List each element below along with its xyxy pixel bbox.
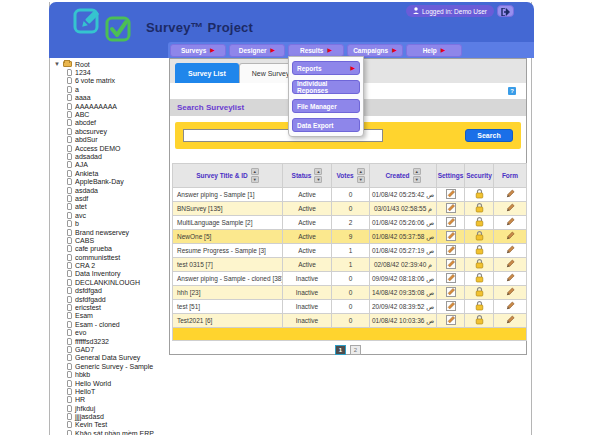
security-lock-icon[interactable]	[475, 301, 484, 312]
sort-desc-button[interactable]: ▼	[314, 176, 322, 183]
tree-item[interactable]: aaaa	[54, 94, 169, 102]
tree-item[interactable]: AppleBank-Day	[54, 177, 169, 185]
sort-asc-button[interactable]: ▲	[251, 168, 259, 175]
tree-item[interactable]: jhfkduj	[54, 404, 169, 412]
tree-item[interactable]: General Data Survey	[54, 354, 169, 362]
form-pencil-icon[interactable]	[505, 273, 515, 284]
security-lock-icon[interactable]	[475, 189, 484, 200]
settings-icon[interactable]	[446, 315, 456, 326]
survey-title-cell[interactable]: Resume Progress - Sample [3]	[173, 244, 283, 258]
nav-menu-campaigns[interactable]: Campaigns ▶	[347, 44, 403, 57]
survey-title-cell[interactable]: BNSurvey [135]	[173, 202, 283, 216]
tree-item[interactable]: 1234	[54, 68, 169, 76]
form-pencil-icon[interactable]	[505, 203, 515, 214]
form-pencil-icon[interactable]	[505, 259, 515, 270]
tree-item[interactable]: dsfdfgadd	[54, 295, 169, 303]
survey-title-cell[interactable]: test 0315 [7]	[173, 258, 283, 272]
settings-icon[interactable]	[446, 245, 456, 256]
tree-item[interactable]: dsfdfgad	[54, 287, 169, 295]
tree-item[interactable]: b	[54, 219, 169, 227]
survey-title-cell[interactable]: hhh [23]	[173, 286, 283, 300]
tree-item[interactable]: abcdef	[54, 119, 169, 127]
form-pencil-icon[interactable]	[505, 231, 515, 242]
tree-item[interactable]: communisttest	[54, 253, 169, 261]
tree-item[interactable]: Esam - cloned	[54, 320, 169, 328]
tree-item[interactable]: 6 vote matrix	[54, 77, 169, 85]
tree-item[interactable]: HR	[54, 396, 169, 404]
security-lock-icon[interactable]	[475, 245, 484, 256]
dropdown-menu-item[interactable]: Reports ▶	[292, 61, 360, 75]
tree-item[interactable]: Kevin Test	[54, 421, 169, 429]
tree-item[interactable]: Ankieta	[54, 169, 169, 177]
tree-item[interactable]: cafe prueba	[54, 245, 169, 253]
form-pencil-icon[interactable]	[505, 315, 515, 326]
sort-asc-button[interactable]: ▲	[314, 168, 322, 175]
settings-icon[interactable]	[446, 301, 456, 312]
sort-asc-button[interactable]: ▲	[357, 168, 365, 175]
form-pencil-icon[interactable]	[505, 189, 515, 200]
tree-item[interactable]: ABC	[54, 110, 169, 118]
tree-item[interactable]: Esam	[54, 312, 169, 320]
settings-icon[interactable]	[446, 203, 456, 214]
nav-menu-surveys[interactable]: Surveys ▶	[170, 44, 226, 57]
survey-title-cell[interactable]: Answer piping - Sample [1]	[173, 188, 283, 202]
survey-title-cell[interactable]: Answer piping - Sample - cloned [38]	[173, 272, 283, 286]
help-icon[interactable]: ?	[508, 87, 516, 95]
tree-item[interactable]: Data Inventory	[54, 270, 169, 278]
nav-menu-help[interactable]: Help ▶	[406, 44, 462, 57]
tree-item[interactable]: atet	[54, 203, 169, 211]
tree-item[interactable]: GAD7	[54, 345, 169, 353]
security-lock-icon[interactable]	[475, 287, 484, 298]
tree-item[interactable]: Brand newservey	[54, 228, 169, 236]
sort-asc-button[interactable]: ▲	[413, 168, 421, 175]
form-pencil-icon[interactable]	[505, 217, 515, 228]
tree-item[interactable]: asdada	[54, 186, 169, 194]
tree-item[interactable]: avc	[54, 211, 169, 219]
settings-icon[interactable]	[446, 273, 456, 284]
security-lock-icon[interactable]	[475, 259, 484, 270]
form-pencil-icon[interactable]	[505, 301, 515, 312]
tree-item[interactable]: Khảo sát phần mềm ERP	[54, 429, 169, 435]
dropdown-menu-item[interactable]: Data Export	[292, 118, 360, 132]
tree-item[interactable]: abdSur	[54, 136, 169, 144]
sort-desc-button[interactable]: ▼	[357, 176, 365, 183]
nav-menu-designer[interactable]: Designer ▶	[229, 44, 285, 57]
tree-item[interactable]: Access DEMO	[54, 144, 169, 152]
security-lock-icon[interactable]	[475, 203, 484, 214]
settings-icon[interactable]	[446, 287, 456, 298]
tree-root-node[interactable]: ▼ Root	[54, 60, 169, 68]
tree-item[interactable]: asdf	[54, 194, 169, 202]
sort-desc-button[interactable]: ▼	[413, 176, 421, 183]
tree-item[interactable]: abcsurvey	[54, 127, 169, 135]
tree-item[interactable]: CRA 2	[54, 261, 169, 269]
survey-title-cell[interactable]: MultiLanguage Sample [2]	[173, 216, 283, 230]
search-button[interactable]: Search	[465, 129, 513, 142]
dropdown-menu-item[interactable]: Individual Reponses	[292, 80, 360, 94]
tree-item[interactable]: jjjjasdasd	[54, 412, 169, 420]
page-button[interactable]: 2	[350, 345, 361, 355]
security-lock-icon[interactable]	[475, 217, 484, 228]
security-lock-icon[interactable]	[475, 231, 484, 242]
tree-item[interactable]: evo	[54, 329, 169, 337]
tree-item[interactable]: AAAAAAAAA	[54, 102, 169, 110]
settings-icon[interactable]	[446, 259, 456, 270]
logout-button[interactable]	[497, 5, 514, 17]
survey-title-cell[interactable]: Test2021 [6]	[173, 314, 283, 328]
tree-item[interactable]: ffffffsd3232	[54, 337, 169, 345]
survey-title-cell[interactable]: test [51]	[173, 300, 283, 314]
tree-item[interactable]: DECLANKINLOUGH	[54, 278, 169, 286]
settings-icon[interactable]	[446, 231, 456, 242]
tree-item[interactable]: Hello World	[54, 379, 169, 387]
tree-item[interactable]: a	[54, 85, 169, 93]
sort-desc-button[interactable]: ▼	[251, 176, 259, 183]
tree-item[interactable]: adsadad	[54, 152, 169, 160]
tree-item[interactable]: Generic Survey - Sample	[54, 362, 169, 370]
tree-item[interactable]: hbkb	[54, 370, 169, 378]
security-lock-icon[interactable]	[475, 273, 484, 284]
form-pencil-icon[interactable]	[505, 287, 515, 298]
tree-item[interactable]: AJA	[54, 161, 169, 169]
tab[interactable]: Survey List	[175, 63, 239, 83]
settings-icon[interactable]	[446, 217, 456, 228]
expander-icon[interactable]: ▼	[54, 61, 60, 67]
tree-item[interactable]: HelloT	[54, 387, 169, 395]
